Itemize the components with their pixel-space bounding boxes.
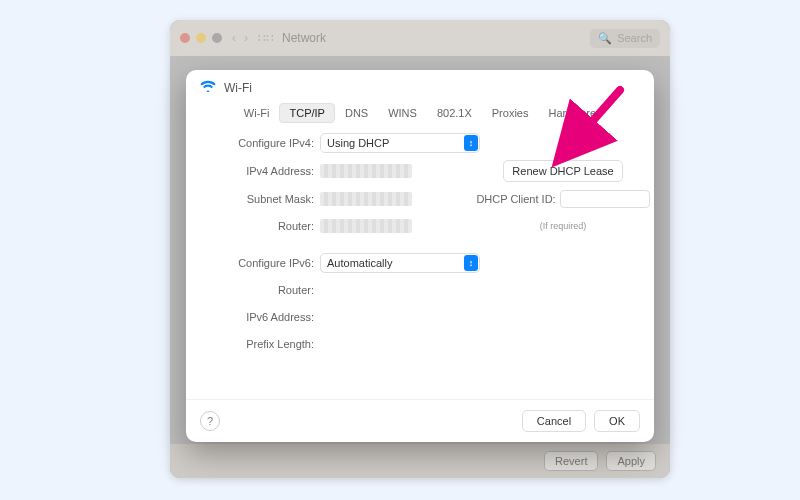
search-placeholder: Search bbox=[617, 32, 652, 44]
dhcp-client-id-input[interactable] bbox=[560, 190, 650, 208]
sheet-footer: ? Cancel OK bbox=[186, 399, 654, 442]
configure-ipv6-value: Automatically bbox=[327, 257, 392, 269]
sheet-header: Wi-Fi bbox=[186, 70, 654, 101]
minimize-dot[interactable] bbox=[196, 33, 206, 43]
subnet-mask-value-redacted bbox=[320, 192, 412, 206]
label-dhcp-client-id: DHCP Client ID: bbox=[476, 193, 555, 205]
traffic-lights bbox=[180, 33, 222, 43]
tab-dns[interactable]: DNS bbox=[335, 103, 378, 123]
grid-icon[interactable]: ∷∷ bbox=[258, 31, 274, 45]
chevron-updown-icon: ↕ bbox=[464, 135, 478, 151]
window-footer: Revert Apply bbox=[170, 444, 670, 478]
label-router-ipv6: Router: bbox=[202, 284, 320, 296]
cancel-button[interactable]: Cancel bbox=[522, 410, 586, 432]
zoom-dot[interactable] bbox=[212, 33, 222, 43]
ipv4-address-value-redacted bbox=[320, 164, 412, 178]
ok-button[interactable]: OK bbox=[594, 410, 640, 432]
tab-wifi[interactable]: Wi-Fi bbox=[234, 103, 280, 123]
back-icon[interactable]: ‹ bbox=[232, 31, 236, 45]
nav-buttons: ‹ › bbox=[232, 31, 248, 45]
tab-wins[interactable]: WINS bbox=[378, 103, 427, 123]
interface-name: Wi-Fi bbox=[224, 81, 252, 95]
forward-icon[interactable]: › bbox=[244, 31, 248, 45]
label-ipv4-address: IPv4 Address: bbox=[202, 165, 320, 177]
tab-hardware[interactable]: Hardware bbox=[538, 103, 606, 123]
renew-dhcp-lease-button[interactable]: Renew DHCP Lease bbox=[503, 160, 622, 182]
help-button[interactable]: ? bbox=[200, 411, 220, 431]
search-field[interactable]: 🔍 Search bbox=[590, 29, 660, 48]
tabs: Wi-Fi TCP/IP DNS WINS 802.1X Proxies Har… bbox=[200, 103, 640, 123]
tcpip-sheet: Wi-Fi Wi-Fi TCP/IP DNS WINS 802.1X Proxi… bbox=[186, 70, 654, 442]
dhcp-client-id-hint: (If required) bbox=[540, 221, 587, 231]
configure-ipv4-value: Using DHCP bbox=[327, 137, 389, 149]
configure-ipv6-select[interactable]: Automatically ↕ bbox=[320, 253, 480, 273]
label-configure-ipv6: Configure IPv6: bbox=[202, 257, 320, 269]
label-router-ipv4: Router: bbox=[202, 220, 320, 232]
close-dot[interactable] bbox=[180, 33, 190, 43]
search-icon: 🔍 bbox=[598, 32, 612, 45]
label-ipv6-address: IPv6 Address: bbox=[202, 311, 320, 323]
chevron-updown-icon: ↕ bbox=[464, 255, 478, 271]
label-prefix-length: Prefix Length: bbox=[202, 338, 320, 350]
label-subnet-mask: Subnet Mask: bbox=[202, 193, 320, 205]
form-area: Configure IPv4: Using DHCP ↕ IPv4 Addres… bbox=[186, 133, 654, 354]
revert-button[interactable]: Revert bbox=[544, 451, 598, 471]
apply-button[interactable]: Apply bbox=[606, 451, 656, 471]
window-title: Network bbox=[282, 31, 590, 45]
titlebar: ‹ › ∷∷ Network 🔍 Search bbox=[170, 20, 670, 56]
tab-proxies[interactable]: Proxies bbox=[482, 103, 539, 123]
router-ipv4-value-redacted bbox=[320, 219, 412, 233]
tab-tcpip[interactable]: TCP/IP bbox=[279, 103, 334, 123]
wifi-icon bbox=[200, 80, 216, 95]
label-configure-ipv4: Configure IPv4: bbox=[202, 137, 320, 149]
configure-ipv4-select[interactable]: Using DHCP ↕ bbox=[320, 133, 480, 153]
tab-8021x[interactable]: 802.1X bbox=[427, 103, 482, 123]
